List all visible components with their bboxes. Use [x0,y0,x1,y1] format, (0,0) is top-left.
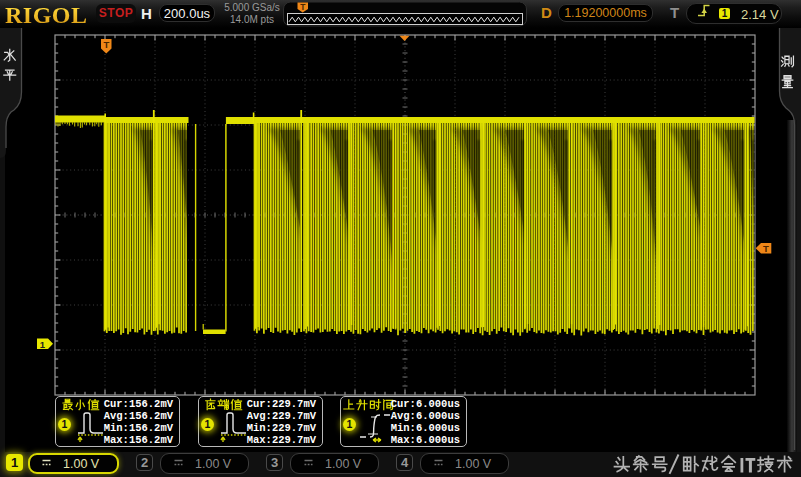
svg-text:T: T [763,243,769,254]
svg-text:T: T [103,39,109,50]
svg-text:1: 1 [40,339,46,350]
svg-text:T: T [300,2,306,12]
